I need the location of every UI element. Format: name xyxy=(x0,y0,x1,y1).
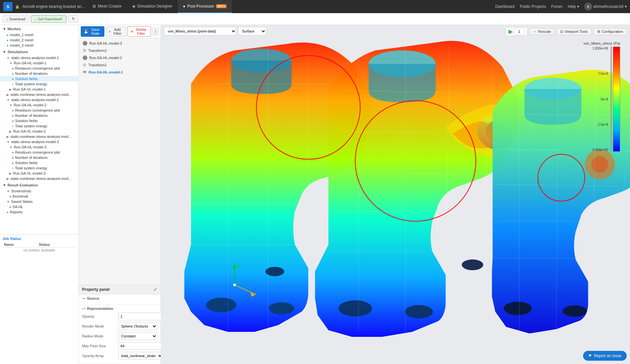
sidebar-item-run-sa-hl-3[interactable]: ▼ Run-SA-HL-model-3 xyxy=(0,144,78,150)
nav-help[interactable]: Help ▾ xyxy=(568,4,579,9)
property-check-icon: ✓ xyxy=(153,287,157,292)
sidebar-item-iterations-1[interactable]: ● Number of iterations xyxy=(0,71,78,76)
green-dot-icon: ● xyxy=(7,33,9,37)
simulations-chevron-icon: ▼ xyxy=(3,50,6,54)
tab-post-processor[interactable]: ● Post-Processor BETA xyxy=(178,0,232,13)
viewport-top-right-controls: ▶ ↔ Rescale ⊡ Viewport Tools ⚙ Configura… xyxy=(506,27,627,36)
sidebar-item-run-sa-hl-1[interactable]: ▼ Run-SA-HL-model-1 xyxy=(0,60,78,66)
collapse-icon: ▶ xyxy=(9,130,12,133)
sidebar-item-iterations-3[interactable]: ● Number of iterations xyxy=(0,155,78,160)
render-mode-select[interactable]: Sphere (Texture) Point xyxy=(118,322,157,330)
sidebar-item-thumbnail[interactable]: ● thumbnail xyxy=(0,194,78,199)
pipeline-item-transform2[interactable]: ⚙ Transform2 xyxy=(79,47,161,54)
delete-filter-button[interactable]: ✕ Delete Filter xyxy=(127,26,151,37)
pipeline-item-run-sa-hl-3[interactable]: Run-SA-HL-model-3 xyxy=(79,40,161,47)
play-button[interactable]: ▶ xyxy=(509,28,513,35)
top-navigation: S 🔒 Aircraft engine bearing bracket an..… xyxy=(0,0,630,13)
sidebar-item-saved-states[interactable]: ▼ Saved States xyxy=(0,199,78,204)
sidebar-item-static-nonlinear-3[interactable]: ▶ static-nonlinear-stress-analysis-mod..… xyxy=(0,176,78,181)
source-section: — Source xyxy=(79,294,161,305)
sidebar-item-screenshots[interactable]: ▼ Screenshots xyxy=(0,188,78,194)
sidebar-item-reports[interactable]: ● Reports xyxy=(0,209,78,215)
sidebar-section-result-evaluation[interactable]: ▼ Result Evaluation xyxy=(0,181,78,188)
nav-forum[interactable]: Forum xyxy=(551,4,563,9)
sidebar-item-residuum-3[interactable]: ● Residuum convergence plot xyxy=(0,150,78,155)
collapse-icon: ▶ xyxy=(9,172,12,175)
user-menu[interactable]: A ahmedhussain18 ▾ xyxy=(584,3,627,11)
save-state-icon: 💾 xyxy=(84,30,88,34)
plus-icon: + xyxy=(12,82,14,86)
surface-selector[interactable]: Surface Wireframe xyxy=(238,27,266,35)
sidebar-item-run-sa-vl-1[interactable]: ▶ Run-SA-VL-model-1 xyxy=(0,87,78,92)
sidebar-item-solution-fields-1[interactable]: ● Solution fields xyxy=(0,76,78,81)
collapse-icon: ▶ xyxy=(9,88,12,91)
svg-point-3 xyxy=(269,302,294,314)
sidebar-item-static-nonlinear-2[interactable]: ▶ static-nonlinear-stress-analysis-mod..… xyxy=(0,134,78,139)
sidebar-item-model1-mesh[interactable]: ● model_1 mesh xyxy=(0,32,78,37)
collapse-icon: ▼ xyxy=(7,98,10,102)
pipeline-item-transform1[interactable]: ⚙ Transform1 xyxy=(79,61,161,69)
pipeline-item-run-sa-hl-2[interactable]: Run-SA-HL-model-2 xyxy=(79,54,161,61)
sidebar-item-static-stress-2[interactable]: ▼ static-stress-analysis-model-2 xyxy=(0,97,78,102)
representation-section-title: — Representation xyxy=(82,307,157,310)
plus-icon: + xyxy=(12,124,14,128)
sidebar-item-run-sa-vl-2[interactable]: ▶ Run-SA-VL-model-2 xyxy=(0,129,78,134)
left-sidebar: ▼ Meshes ● model_1 mesh ● model_2 mesh ●… xyxy=(0,25,79,364)
sidebar-section-meshes[interactable]: ▼ Meshes xyxy=(0,25,78,32)
gear-icon: ⚙ xyxy=(83,48,86,53)
report-issue-button[interactable]: ⚑ Report an issue xyxy=(583,351,627,361)
job-status-area: Job Status Name Status no entities avail… xyxy=(0,234,78,255)
download-button[interactable]: ↓ Download xyxy=(3,15,29,23)
save-state-button[interactable]: 💾 Save State xyxy=(81,26,104,37)
collapse-icon: ▶ xyxy=(7,177,9,181)
green-dot-icon: ● xyxy=(12,119,14,123)
get-paraview-button[interactable]: ↓ Get ParaView® xyxy=(31,15,66,23)
tab-mesh-creator[interactable]: ⊞ Mesh Creator xyxy=(87,0,127,13)
delete-filter-icon: ✕ xyxy=(130,30,133,34)
mesh-viewport-svg[interactable]: y x xyxy=(161,25,630,364)
sidebar-item-static-nonlinear-1[interactable]: ▶ static-nonlinear-stress-analysis-mod..… xyxy=(0,92,78,97)
sidebar-item-total-energy-2[interactable]: + Total system energy xyxy=(0,123,78,129)
radius-mode-select[interactable]: Constant Variable xyxy=(118,332,157,340)
opacity-array-select[interactable]: total_nonlinear_strain none xyxy=(118,352,163,360)
sidebar-item-sa-hl[interactable]: ● SA-HL xyxy=(0,204,78,209)
sidebar-item-static-stress-3[interactable]: ▼ static-stress-analysis-model-3 xyxy=(0,139,78,144)
pipeline-list: Run-SA-HL-model-3 ⚙ Transform2 Run-SA-HL… xyxy=(79,38,161,285)
sidebar-item-total-energy-3[interactable]: + Total system energy xyxy=(0,165,78,171)
add-filter-button[interactable]: + Add Filter xyxy=(106,26,126,37)
sidebar-item-solution-fields-3[interactable]: ● Solution fields xyxy=(0,160,78,165)
pipeline-item-run-sa-hl-1[interactable]: 👁 Run-SA-HL-model-1 xyxy=(79,69,161,76)
sidebar-item-model3-mesh[interactable]: ● model_3 mesh xyxy=(0,43,78,48)
sidebar-item-residuum-2[interactable]: ● Residuum convergence plot xyxy=(0,108,78,113)
field-selector[interactable]: von_Mises_stress [point-data] xyxy=(164,27,236,35)
svg-point-17 xyxy=(338,300,372,316)
sidebar-item-run-sa-vl-3[interactable]: ▶ Run-SA-VL-model-3 xyxy=(0,171,78,176)
solution-fields-link[interactable]: Solution fields xyxy=(15,77,38,81)
colorbar-title: von_Mises_stress (Pa) xyxy=(583,41,620,45)
middle-panel: 💾 Save State + Add Filter ✕ Delete Filte… xyxy=(79,25,161,364)
svg-point-4 xyxy=(265,267,284,276)
sidebar-section-simulations[interactable]: ▼ Simulations xyxy=(0,48,78,55)
sidebar-item-iterations-2[interactable]: ● Number of iterations xyxy=(0,113,78,118)
green-dot-icon: ● xyxy=(12,72,14,75)
refresh-button[interactable]: ↻ xyxy=(68,15,78,23)
configuration-button[interactable]: ⚙ Configuration xyxy=(594,28,627,35)
sidebar-item-model2-mesh[interactable]: ● model_2 mesh xyxy=(0,37,78,43)
sidebar-item-run-sa-hl-2[interactable]: ▼ Run-SA-HL-model-2 xyxy=(0,102,78,108)
nav-public-projects[interactable]: Public Projects xyxy=(520,4,546,9)
sidebar-item-solution-fields-2[interactable]: ● Solution fields xyxy=(0,118,78,123)
sidebar-item-total-energy-1[interactable]: + Total system energy xyxy=(0,81,78,87)
user-avatar: A xyxy=(584,3,592,11)
green-dot-icon: ● xyxy=(12,161,14,165)
frame-input[interactable] xyxy=(514,28,525,35)
plus-icon: + xyxy=(12,166,14,170)
sidebar-item-residuum-1[interactable]: ● Residuum convergence plot xyxy=(0,66,78,71)
pipeline-options-button[interactable]: ⋮ xyxy=(152,28,159,35)
tab-simulation-designer[interactable]: ◈ Simulation Designer xyxy=(127,0,178,13)
viewport-tools-button[interactable]: ⊡ Viewport Tools xyxy=(556,28,591,35)
rescale-button[interactable]: ↔ Rescale xyxy=(530,28,555,35)
viewport: von_Mises_stress [point-data] Surface Wi… xyxy=(161,25,630,364)
section-arrow-icon: — xyxy=(82,296,86,300)
sidebar-item-static-stress-1[interactable]: ▼ static-stress-analysis-model-1 xyxy=(0,55,78,60)
nav-dashboard[interactable]: Dashboard xyxy=(495,4,515,9)
